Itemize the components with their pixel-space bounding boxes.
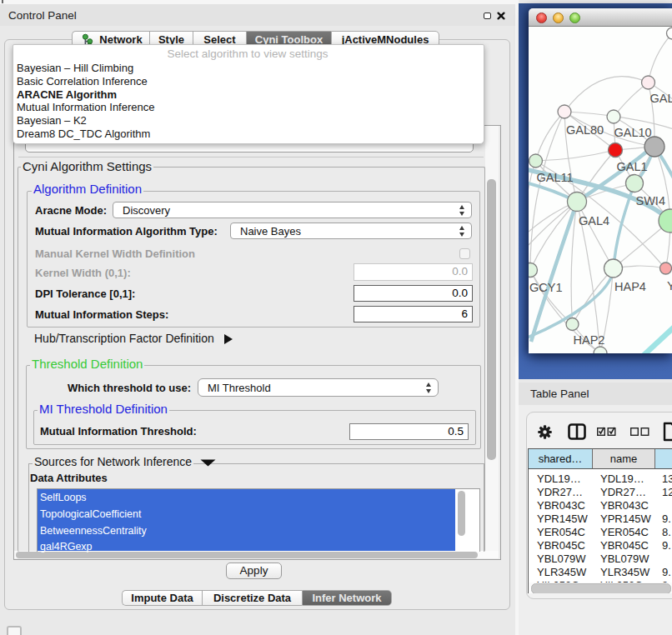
svg-text:Y: Y (667, 279, 672, 292)
svg-text:GAL1: GAL1 (617, 160, 648, 173)
svg-text:SWI4: SWI4 (636, 194, 665, 208)
svg-text:HAP4: HAP4 (614, 280, 646, 293)
svg-text:HAP2: HAP2 (574, 333, 605, 347)
svg-text:GAL80: GAL80 (566, 123, 604, 137)
svg-text:GCY1: GCY1 (529, 281, 563, 294)
svg-text:GAL7: GAL7 (650, 92, 672, 105)
svg-text:GAL11: GAL11 (537, 171, 574, 184)
svg-text:GAL4: GAL4 (579, 214, 609, 228)
svg-text:GAL10: GAL10 (614, 126, 652, 139)
